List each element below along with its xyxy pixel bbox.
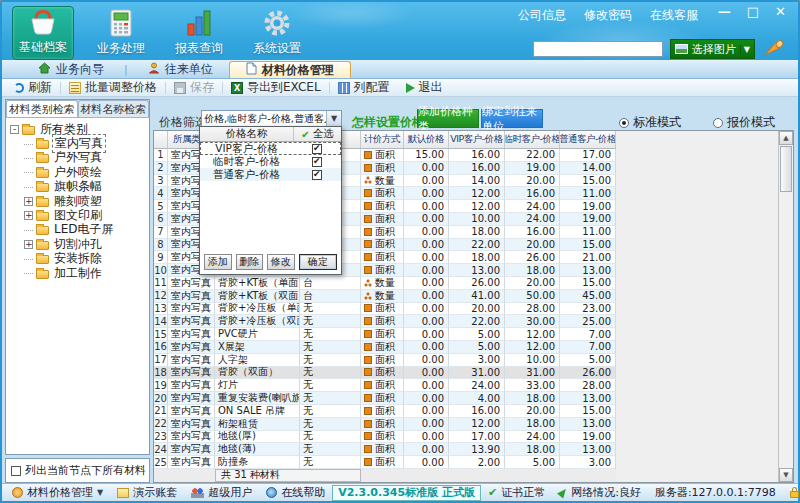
cell-price: 14.00 bbox=[449, 175, 505, 188]
tab-partners[interactable]: 往来单位 bbox=[132, 61, 229, 78]
popup-row-temp[interactable]: 临时客户-价格 bbox=[200, 155, 341, 168]
bind-to-partner-button[interactable]: 绑定到往来单位 bbox=[481, 109, 543, 128]
header-pricing-method[interactable]: 计价方式 bbox=[361, 131, 404, 148]
popup-modify-button[interactable]: 修改 bbox=[267, 254, 295, 270]
area-icon bbox=[364, 228, 372, 236]
table-row[interactable]: 13室内写真背胶+冷压板（单面）无面积0.0020.0028.0023.00 bbox=[154, 303, 616, 316]
area-icon bbox=[364, 432, 372, 440]
cell-price: 0.00 bbox=[404, 392, 449, 405]
chevron-down-icon[interactable]: ▼ bbox=[326, 111, 341, 126]
header-default-price[interactable]: 默认价格 bbox=[404, 131, 449, 148]
standard-mode-radio[interactable]: 标准模式 bbox=[619, 114, 681, 131]
close-button[interactable]: ✕ bbox=[775, 4, 786, 19]
cell-price: 33.00 bbox=[505, 379, 560, 392]
cell-price: 13.90 bbox=[449, 443, 505, 456]
cell-row-number: 23 bbox=[154, 431, 168, 444]
export-excel-button[interactable]: 导出到EXCEL bbox=[223, 79, 329, 96]
menu-online-service[interactable]: 在线客服 bbox=[650, 7, 698, 24]
collapse-icon[interactable]: - bbox=[10, 125, 19, 134]
price-filter-combo[interactable]: 价格,临时客户-价格,普通客户-价格 ▼ bbox=[201, 110, 342, 127]
expand-icon[interactable]: + bbox=[24, 240, 33, 249]
table-row[interactable]: 22室内写真桁架租赁无面积0.0012.0018.0013.00 bbox=[154, 418, 616, 431]
expand-icon[interactable]: + bbox=[24, 197, 33, 206]
tab-business-wizard[interactable]: 业务向导 bbox=[22, 61, 120, 78]
cell-price: 26.00 bbox=[560, 367, 616, 380]
material-count-label: 共 31 种材料 bbox=[215, 469, 361, 482]
refresh-button[interactable]: 刷新 bbox=[6, 79, 60, 96]
image-search-input[interactable] bbox=[533, 41, 663, 57]
scrollbar-thumb[interactable] bbox=[780, 146, 792, 192]
tab-material-price-management[interactable]: 材料价格管理 bbox=[229, 61, 351, 78]
table-row[interactable]: 18室内写真背胶（双面）无面积0.0031.0031.0026.00 bbox=[154, 367, 616, 380]
nav-system-settings[interactable]: 系统设置 bbox=[246, 6, 308, 60]
menu-company-info[interactable]: 公司信息 bbox=[518, 7, 566, 24]
exit-button[interactable]: 退出 bbox=[398, 79, 451, 96]
tree-item[interactable]: 加工制作 bbox=[8, 266, 147, 280]
action-label: 保存 bbox=[190, 79, 214, 96]
cell-price: 18.00 bbox=[505, 392, 560, 405]
menu-change-password[interactable]: 修改密码 bbox=[584, 7, 632, 24]
pick-image-button[interactable]: 选择图片 ▼ bbox=[670, 39, 755, 59]
table-row[interactable]: 17室内写真人字架无面积0.003.0010.005.00 bbox=[154, 354, 616, 367]
list-all-checkbox[interactable] bbox=[11, 466, 21, 476]
table-row[interactable]: 19室内写真灯片无面积0.0024.0033.0028.00 bbox=[154, 379, 616, 392]
tab-category-search[interactable]: 材料类别检索 bbox=[6, 100, 78, 117]
status-super-user[interactable]: 超级用户 bbox=[187, 485, 256, 500]
column-config-button[interactable]: 列配置 bbox=[330, 79, 398, 96]
popup-col-select-all[interactable]: ✔全选 bbox=[294, 127, 341, 141]
table-row[interactable]: 20室内写真重复安装费(喇叭旗/门无面积0.004.0018.0013.00 bbox=[154, 392, 616, 405]
popup-ok-button[interactable]: 确定 bbox=[299, 254, 337, 270]
mode-radio-group: 标准模式 报价模式 bbox=[619, 114, 775, 131]
scroll-down-icon[interactable]: ▼ bbox=[779, 468, 793, 482]
cell-row-number: 13 bbox=[154, 303, 168, 316]
cell-price: 15.00 bbox=[560, 277, 616, 290]
table-row[interactable]: 12室内写真背胶+KT板（双面）台数量0.0041.0050.0045.00 bbox=[154, 290, 616, 303]
table-row[interactable]: 24室内写真地毯(薄)无面积0.0013.9018.0013.00 bbox=[154, 443, 616, 456]
quote-mode-radio[interactable]: 报价模式 bbox=[713, 114, 775, 131]
table-row[interactable]: 21室内写真ON SALE 吊牌无面积0.0016.0020.0015.00 bbox=[154, 405, 616, 418]
vip-checkbox[interactable] bbox=[312, 144, 322, 154]
nav-basic-archives[interactable]: 基础档案 bbox=[12, 6, 74, 60]
popup-delete-button[interactable]: 删除 bbox=[236, 254, 264, 270]
temp-checkbox[interactable] bbox=[312, 157, 322, 167]
table-row[interactable]: 11室内写真背胶+KT板（单面）台数量0.0026.0020.0015.00 bbox=[154, 277, 616, 290]
popup-row-normal[interactable]: 普通客户-价格 bbox=[200, 168, 341, 181]
chevron-down-icon[interactable]: ▼ bbox=[97, 488, 103, 497]
nav-business-process[interactable]: 业务处理 bbox=[90, 6, 152, 60]
cell-price: 18.00 bbox=[449, 251, 505, 264]
table-row[interactable]: 15室内写真PVC硬片无面积0.005.0012.007.00 bbox=[154, 328, 616, 341]
chevron-down-icon[interactable]: ▼ bbox=[740, 45, 750, 54]
nav-report-query[interactable]: 报表查询 bbox=[168, 6, 230, 60]
status-demo-account[interactable]: 演示账套 bbox=[113, 485, 181, 500]
tab-name-search[interactable]: 材料名称检索 bbox=[78, 100, 150, 117]
status-online-help[interactable]: 在线帮助 bbox=[262, 485, 329, 500]
vertical-scrollbar[interactable]: ▲ ▼ bbox=[778, 131, 793, 482]
tab-label: 材料价格管理 bbox=[262, 62, 334, 79]
header-vip-price[interactable]: VIP客户-价格 bbox=[449, 131, 505, 148]
batch-adjust-price-button[interactable]: 批量调整价格 bbox=[61, 79, 165, 96]
cell-price: 23.00 bbox=[560, 303, 616, 316]
cell-row-number: 4 bbox=[154, 187, 168, 200]
lock-screen-button[interactable]: 锁屏 bbox=[786, 485, 800, 500]
scroll-up-icon[interactable]: ▲ bbox=[779, 131, 793, 145]
header-temp-price[interactable]: 临时客户-价格 bbox=[505, 131, 560, 148]
save-button[interactable]: 保存 bbox=[166, 79, 222, 96]
table-row[interactable]: 23室内写真地毯(厚)无面积0.0017.0024.0019.00 bbox=[154, 431, 616, 444]
cell-price: 21.00 bbox=[560, 251, 616, 264]
action-label: 退出 bbox=[419, 79, 443, 96]
expand-icon[interactable]: + bbox=[24, 211, 33, 220]
add-price-type-button[interactable]: 添加价格种类 bbox=[417, 109, 479, 128]
table-row[interactable]: 25室内写真防撞条无面积0.002.005.003.00 bbox=[154, 456, 616, 469]
normal-checkbox[interactable] bbox=[312, 170, 322, 180]
minimize-button[interactable]: — bbox=[718, 4, 731, 19]
status-material-price-manage[interactable]: 材料价格管理▼ bbox=[8, 485, 107, 500]
header-normal-price[interactable]: 普通客户-价格 bbox=[560, 131, 616, 148]
cell-price: 13.00 bbox=[449, 264, 505, 277]
folder-icon bbox=[36, 140, 49, 149]
popup-add-button[interactable]: 添加 bbox=[204, 254, 232, 270]
maximize-button[interactable]: □ bbox=[747, 4, 759, 19]
table-row[interactable]: 16室内写真X展架无面积0.005.0012.007.00 bbox=[154, 341, 616, 354]
popup-row-vip[interactable]: VIP客户-价格 bbox=[200, 142, 341, 155]
table-row[interactable]: 14室内写真背胶+冷压板（双面）无面积0.0022.0030.0025.00 bbox=[154, 315, 616, 328]
horn-icon[interactable] bbox=[762, 37, 784, 61]
